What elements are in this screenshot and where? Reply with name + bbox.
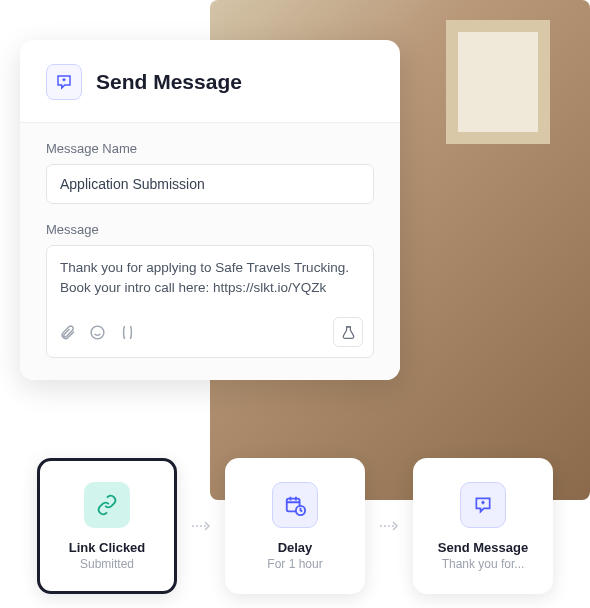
card-title: Send Message: [96, 70, 242, 94]
message-toolbar: [47, 309, 373, 357]
workflow-row: Link Clicked Submitted Delay For 1 hour …: [37, 458, 553, 594]
workflow-step-subtitle: Thank you for...: [442, 557, 525, 571]
send-message-card: Send Message Message Name Message Thank …: [20, 40, 400, 380]
card-body: Message Name Message Thank you for apply…: [20, 122, 400, 380]
emoji-icon[interactable]: [87, 322, 107, 342]
message-box: Thank you for applying to Safe Travels T…: [46, 245, 374, 358]
workflow-step-subtitle: Submitted: [80, 557, 134, 571]
arrow-icon: [377, 516, 401, 537]
link-icon: [84, 482, 130, 528]
message-name-input[interactable]: [46, 164, 374, 204]
message-name-label: Message Name: [46, 141, 374, 156]
message-textarea[interactable]: Thank you for applying to Safe Travels T…: [47, 246, 373, 309]
workflow-step-title: Delay: [278, 540, 313, 555]
workflow-step-delay[interactable]: Delay For 1 hour: [225, 458, 365, 594]
send-message-icon: [460, 482, 506, 528]
test-button[interactable]: [333, 317, 363, 347]
calendar-delay-icon: [272, 482, 318, 528]
message-label: Message: [46, 222, 374, 237]
workflow-step-link-clicked[interactable]: Link Clicked Submitted: [37, 458, 177, 594]
attachment-icon[interactable]: [57, 322, 77, 342]
workflow-step-subtitle: For 1 hour: [267, 557, 322, 571]
arrow-icon: [189, 516, 213, 537]
svg-point-0: [91, 326, 104, 339]
variable-icon[interactable]: [117, 322, 137, 342]
card-header: Send Message: [20, 40, 400, 122]
send-message-icon: [46, 64, 82, 100]
workflow-step-title: Send Message: [438, 540, 528, 555]
workflow-step-send-message[interactable]: Send Message Thank you for...: [413, 458, 553, 594]
workflow-step-title: Link Clicked: [69, 540, 146, 555]
